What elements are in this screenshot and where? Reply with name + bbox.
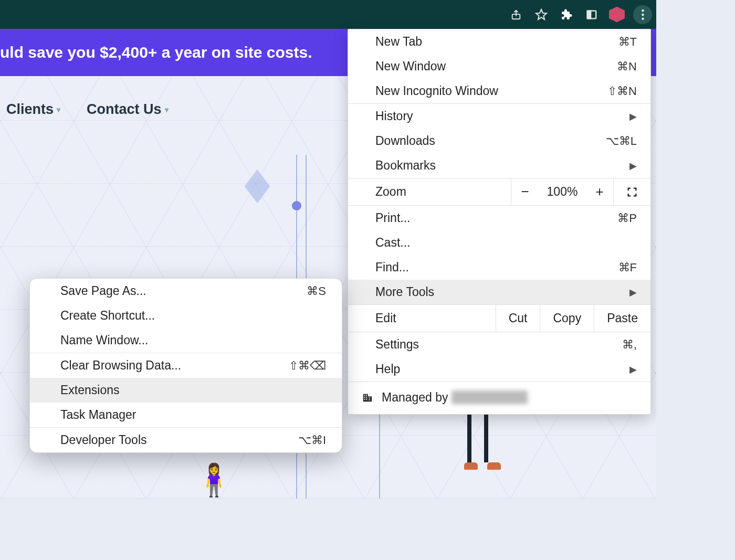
svg-rect-3 (587, 10, 591, 18)
menu-item-new-tab[interactable]: New Tab ⌘T (348, 29, 650, 54)
edit-label: Edit (348, 305, 496, 332)
menu-item-edit: Edit Cut Copy Paste (348, 304, 650, 332)
menu-item-new-incognito[interactable]: New Incognito Window ⇧⌘N (348, 79, 650, 103)
edit-paste-button[interactable]: Paste (594, 305, 650, 332)
chevron-right-icon: ▶ (629, 364, 637, 375)
chevron-right-icon: ▶ (629, 287, 637, 298)
nav-item-contact[interactable]: Contact Us ▾ (87, 101, 169, 118)
submenu-item-name-window[interactable]: Name Window... (30, 328, 342, 353)
svg-rect-17 (369, 397, 370, 398)
menu-shortcut: ⌥⌘L (606, 134, 637, 148)
menu-item-bookmarks[interactable]: Bookmarks ▶ (348, 153, 650, 178)
menu-shortcut: ⌘F (618, 261, 637, 274)
nav-label: Clients (6, 101, 54, 118)
nav-item-clients[interactable]: Clients ▾ (6, 101, 60, 118)
illustration-person-legs (467, 410, 501, 470)
chevron-down-icon: ▾ (165, 105, 169, 114)
menu-label: Find... (375, 260, 618, 274)
side-panel-icon[interactable] (583, 6, 601, 24)
submenu-item-clear-browsing-data[interactable]: Clear Browsing Data... ⇧⌘⌫ (30, 353, 342, 378)
submenu-item-save-page[interactable]: Save Page As... ⌘S (30, 279, 342, 303)
zoom-out-button[interactable]: − (511, 184, 539, 200)
menu-label: Cast... (375, 236, 637, 250)
promo-text: uld save you $2,400+ a year on site cost… (0, 44, 312, 61)
menu-item-history[interactable]: History ▶ (348, 104, 650, 129)
submenu-item-create-shortcut[interactable]: Create Shortcut... (30, 303, 342, 328)
browser-toolbar (0, 0, 656, 29)
extensions-puzzle-icon[interactable] (558, 6, 575, 24)
menu-item-zoom: Zoom − 100% + (348, 178, 650, 206)
menu-label: Bookmarks (375, 159, 629, 173)
submenu-shortcut: ⇧⌘⌫ (289, 359, 326, 373)
svg-rect-11 (364, 395, 365, 396)
chevron-right-icon: ▶ (629, 160, 637, 172)
kebab-menu-icon[interactable] (633, 5, 652, 24)
share-icon[interactable] (507, 6, 525, 24)
menu-label: New Tab (375, 35, 618, 49)
zoom-in-button[interactable]: + (586, 184, 613, 200)
submenu-item-developer-tools[interactable]: Developer Tools ⌥⌘I (30, 428, 342, 452)
svg-rect-16 (366, 398, 367, 399)
nav-label: Contact Us (87, 101, 162, 118)
svg-marker-1 (536, 9, 547, 19)
svg-rect-15 (364, 398, 365, 399)
svg-rect-12 (366, 395, 367, 396)
menu-shortcut: ⌘, (622, 338, 637, 352)
submenu-shortcut: ⌥⌘I (298, 434, 326, 447)
menu-label: Downloads (375, 134, 606, 148)
submenu-label: Save Page As... (60, 284, 307, 298)
submenu-label: Extensions (60, 383, 326, 397)
chevron-right-icon: ▶ (629, 111, 637, 122)
submenu-label: Name Window... (60, 333, 326, 347)
menu-item-new-window[interactable]: New Window ⌘N (348, 54, 650, 79)
menu-label: History (375, 109, 629, 123)
menu-item-managed-by[interactable]: Managed by example.com (348, 382, 650, 414)
menu-item-help[interactable]: Help ▶ (348, 357, 650, 382)
submenu-item-extensions[interactable]: Extensions (30, 378, 342, 403)
managed-org-redacted: example.com (452, 390, 528, 404)
menu-label: New Window (375, 59, 617, 73)
building-icon (362, 392, 373, 404)
bookmark-star-icon[interactable] (532, 6, 550, 24)
menu-shortcut: ⌘N (617, 60, 637, 73)
menu-shortcut: ⇧⌘N (607, 84, 637, 98)
submenu-label: Task Manager (60, 408, 326, 422)
menu-item-settings[interactable]: Settings ⌘, (348, 332, 650, 357)
menu-label: New Incognito Window (375, 84, 607, 98)
menu-label: Settings (375, 337, 622, 352)
svg-point-4 (642, 9, 644, 12)
menu-item-more-tools[interactable]: More Tools ▶ (348, 280, 650, 304)
menu-item-print[interactable]: Print... ⌘P (348, 206, 650, 230)
menu-label: More Tools (375, 285, 629, 299)
fullscreen-icon[interactable] (614, 186, 650, 198)
chevron-down-icon: ▾ (57, 105, 60, 114)
svg-rect-9 (363, 394, 368, 401)
edit-copy-button[interactable]: Copy (540, 305, 594, 332)
svg-rect-10 (368, 396, 372, 401)
managed-prefix: Managed by (382, 390, 452, 404)
zoom-label: Zoom (348, 178, 511, 205)
submenu-item-task-manager[interactable]: Task Manager (30, 403, 342, 427)
menu-label: Print... (375, 211, 617, 225)
menu-label: Help (375, 362, 629, 376)
submenu-label: Developer Tools (60, 433, 298, 447)
svg-rect-14 (366, 397, 367, 398)
menu-item-downloads[interactable]: Downloads ⌥⌘L (348, 129, 650, 153)
edit-cut-button[interactable]: Cut (496, 305, 540, 332)
menu-item-cast[interactable]: Cast... (348, 230, 650, 255)
illustration-person: 🧍‍♀️ (194, 461, 234, 499)
menu-shortcut: ⌘T (618, 35, 637, 49)
svg-point-5 (642, 13, 644, 15)
more-tools-submenu: Save Page As... ⌘S Create Shortcut... Na… (29, 278, 342, 453)
profile-avatar[interactable] (608, 6, 626, 24)
submenu-shortcut: ⌘S (307, 284, 326, 298)
submenu-label: Create Shortcut... (60, 309, 326, 323)
managed-by-label: Managed by example.com (382, 390, 528, 405)
zoom-value: 100% (539, 185, 586, 199)
svg-rect-18 (369, 399, 370, 400)
menu-shortcut: ⌘P (617, 212, 637, 225)
svg-point-6 (642, 17, 644, 19)
chrome-main-menu: New Tab ⌘T New Window ⌘N New Incognito W… (348, 29, 651, 415)
svg-rect-13 (364, 397, 365, 398)
menu-item-find[interactable]: Find... ⌘F (348, 255, 650, 280)
